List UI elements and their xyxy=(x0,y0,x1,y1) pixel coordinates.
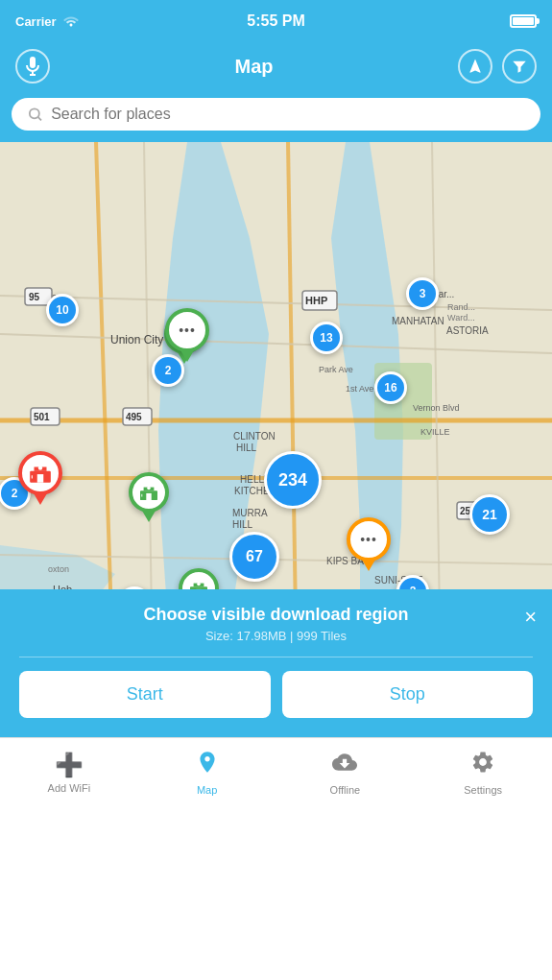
svg-point-77 xyxy=(197,583,201,586)
status-time: 5:55 PM xyxy=(247,12,304,30)
add-wifi-icon: ➕ xyxy=(55,752,84,778)
cluster-c1[interactable]: 10 xyxy=(46,294,79,326)
nav-bar: Map xyxy=(0,42,552,90)
cluster-c8[interactable]: 67 xyxy=(229,532,279,582)
svg-line-4 xyxy=(38,117,41,120)
svg-text:Union City: Union City xyxy=(110,333,163,347)
hotel-icon-3 xyxy=(138,484,159,501)
svg-text:MANHATAN: MANHATAN xyxy=(392,316,444,326)
svg-text:495: 495 xyxy=(126,412,142,422)
tab-map[interactable]: Map xyxy=(138,742,276,803)
svg-rect-72 xyxy=(146,493,151,500)
svg-text:HHP: HHP xyxy=(305,295,327,306)
carrier-label: Carrier xyxy=(15,14,57,29)
svg-rect-0 xyxy=(30,57,36,68)
download-close-button[interactable]: × xyxy=(524,605,537,630)
svg-text:ASTORIA: ASTORIA xyxy=(446,325,489,336)
tab-settings[interactable]: Settings xyxy=(414,742,552,803)
location-button[interactable] xyxy=(458,49,492,84)
svg-text:Rand...: Rand... xyxy=(447,302,475,312)
svg-text:95: 95 xyxy=(29,292,40,302)
nav-actions xyxy=(458,49,537,84)
nav-title: Map xyxy=(235,56,274,78)
map-label: Map xyxy=(197,784,217,796)
cluster-c6[interactable]: 234 xyxy=(264,451,322,509)
search-input[interactable] xyxy=(51,106,525,123)
hotel-pin-green-2[interactable] xyxy=(129,472,169,513)
status-right xyxy=(510,14,537,28)
stop-button[interactable]: Stop xyxy=(282,671,534,718)
more-pin-green[interactable]: ••• xyxy=(165,308,209,352)
cluster-c3[interactable]: 3 xyxy=(406,277,439,310)
svg-point-69 xyxy=(38,466,42,469)
battery-icon xyxy=(510,14,537,28)
download-divider xyxy=(19,657,533,657)
download-panel-title: Choose visible download region xyxy=(19,605,533,625)
hotel-pin-red-1[interactable] xyxy=(18,451,62,495)
cluster-c7[interactable]: 21 xyxy=(469,494,510,535)
svg-text:HILL: HILL xyxy=(236,442,257,453)
svg-text:CLINTON: CLINTON xyxy=(233,431,276,442)
hotel-icon-2 xyxy=(28,463,53,484)
settings-icon xyxy=(470,750,495,780)
status-bar: Carrier 5:55 PM xyxy=(0,0,552,42)
svg-text:oxton: oxton xyxy=(48,564,69,574)
offline-label: Offline xyxy=(330,784,361,796)
map-area[interactable]: ecaucus Union City Statue of Liberty COL… xyxy=(0,142,552,737)
tab-add-wifi[interactable]: ➕ Add WiFi xyxy=(0,744,138,801)
more-pin-orange[interactable]: ••• xyxy=(347,517,391,562)
svg-text:Vernon Blvd: Vernon Blvd xyxy=(413,403,460,413)
download-buttons: Start Stop xyxy=(19,671,533,718)
svg-point-3 xyxy=(30,108,39,118)
svg-rect-68 xyxy=(37,474,44,483)
svg-text:MURRA: MURRA xyxy=(232,508,268,518)
status-left: Carrier xyxy=(15,13,80,30)
svg-text:KVILLE: KVILLE xyxy=(420,427,450,437)
download-panel-subtitle: Size: 17.98MB | 999 Tiles xyxy=(19,629,533,643)
svg-text:501: 501 xyxy=(34,412,50,422)
svg-text:HILL: HILL xyxy=(232,519,253,530)
tab-bar: ➕ Add WiFi Map Offline Settings xyxy=(0,737,552,806)
search-input-wrapper xyxy=(12,98,540,131)
microphone-button[interactable] xyxy=(15,49,50,84)
map-icon xyxy=(195,750,220,780)
start-button[interactable]: Start xyxy=(19,671,271,718)
svg-text:Ward...: Ward... xyxy=(447,313,475,323)
cluster-c4[interactable]: 13 xyxy=(310,322,343,354)
search-icon xyxy=(27,106,43,123)
svg-point-73 xyxy=(147,487,151,490)
settings-label: Settings xyxy=(464,784,502,796)
cluster-c5[interactable]: 16 xyxy=(374,371,407,404)
filter-button[interactable] xyxy=(502,49,537,84)
offline-icon xyxy=(332,750,357,780)
svg-text:1st Ave: 1st Ave xyxy=(346,384,373,394)
download-panel: × Choose visible download region Size: 1… xyxy=(0,589,552,737)
add-wifi-label: Add WiFi xyxy=(48,782,91,794)
tab-offline[interactable]: Offline xyxy=(276,742,415,803)
wifi-icon xyxy=(62,13,80,30)
search-bar-container xyxy=(0,90,552,142)
battery-fill xyxy=(513,17,534,25)
svg-text:Park Ave: Park Ave xyxy=(319,365,353,374)
